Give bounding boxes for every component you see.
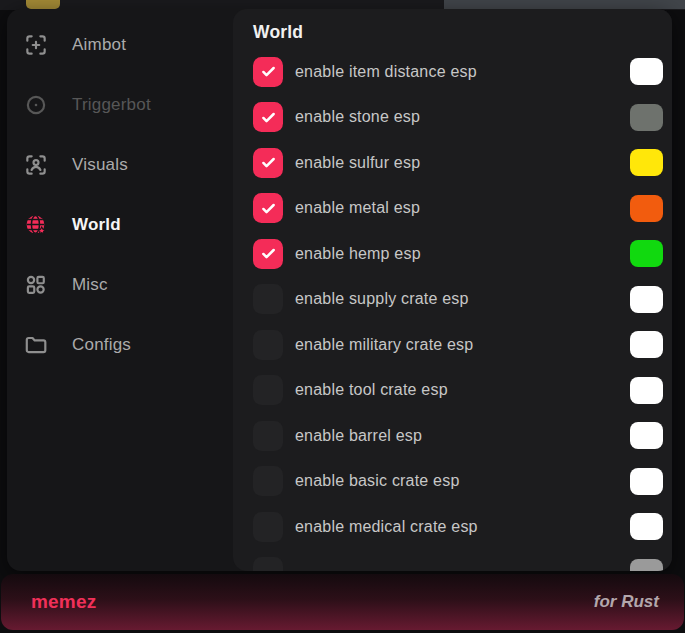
panel-title: World [253, 22, 663, 44]
esp-label: enable item distance esp [295, 63, 477, 81]
esp-row: enable stone esp [253, 95, 663, 141]
sidebar-item-configs[interactable]: Configs [7, 315, 233, 375]
esp-option-list: enable item distance esp enable stone es… [253, 49, 663, 571]
sidebar-item-label: Visuals [72, 155, 128, 175]
brand-label: memez [31, 591, 96, 613]
sidebar-item-visuals[interactable]: Visuals [7, 135, 233, 195]
esp-checkbox[interactable] [253, 512, 283, 542]
game-background-highlight [26, 0, 60, 9]
esp-color-swatch[interactable] [630, 240, 663, 267]
esp-color-swatch[interactable] [630, 559, 663, 571]
esp-row [253, 550, 663, 572]
esp-checkbox[interactable] [253, 421, 283, 451]
esp-checkbox[interactable] [253, 57, 283, 87]
esp-checkbox[interactable] [253, 102, 283, 132]
esp-row: enable metal esp [253, 186, 663, 232]
esp-label: enable hemp esp [295, 245, 421, 263]
esp-row: enable tool crate esp [253, 368, 663, 414]
sidebar-item-label: Triggerbot [72, 95, 151, 115]
esp-checkbox[interactable] [253, 466, 283, 496]
footer-bar: memez for Rust [1, 574, 684, 630]
check-icon [259, 62, 278, 81]
esp-row: enable medical crate esp [253, 504, 663, 550]
esp-row: enable hemp esp [253, 231, 663, 277]
sidebar-item-label: Misc [72, 275, 108, 295]
esp-color-swatch[interactable] [630, 513, 663, 540]
esp-color-swatch[interactable] [630, 195, 663, 222]
scan-person-icon [23, 152, 49, 178]
sidebar-item-label: Aimbot [72, 35, 126, 55]
crosshair-icon [23, 32, 49, 58]
esp-label: enable tool crate esp [295, 381, 448, 399]
esp-row: enable military crate esp [253, 322, 663, 368]
esp-checkbox[interactable] [253, 284, 283, 314]
esp-color-swatch[interactable] [630, 286, 663, 313]
target-circle-icon [23, 92, 49, 118]
sidebar-item-triggerbot[interactable]: Triggerbot [7, 75, 233, 135]
sidebar-item-misc[interactable]: Misc [7, 255, 233, 315]
esp-label: enable supply crate esp [295, 290, 469, 308]
check-icon [259, 199, 278, 218]
esp-checkbox[interactable] [253, 239, 283, 269]
esp-color-swatch[interactable] [630, 377, 663, 404]
esp-row: enable item distance esp [253, 49, 663, 95]
sidebar-item-label: Configs [72, 335, 131, 355]
esp-row: enable supply crate esp [253, 277, 663, 323]
esp-label: enable sulfur esp [295, 154, 420, 172]
esp-color-swatch[interactable] [630, 468, 663, 495]
esp-label: enable basic crate esp [295, 472, 460, 490]
check-icon [259, 108, 278, 127]
esp-color-swatch[interactable] [630, 422, 663, 449]
esp-checkbox[interactable] [253, 193, 283, 223]
sidebar-item-label: World [72, 215, 121, 235]
esp-color-swatch[interactable] [630, 104, 663, 131]
esp-row: enable sulfur esp [253, 140, 663, 186]
esp-color-swatch[interactable] [630, 58, 663, 85]
esp-checkbox[interactable] [253, 375, 283, 405]
game-background-sky [444, 0, 685, 9]
folder-icon [23, 332, 49, 358]
cheat-menu-window: Aimbot Triggerbot Visuals World Misc Con… [7, 9, 672, 571]
esp-row: enable barrel esp [253, 413, 663, 459]
world-panel: World enable item distance esp enable st… [233, 9, 672, 571]
esp-label: enable metal esp [295, 199, 420, 217]
esp-label: enable medical crate esp [295, 518, 478, 536]
check-icon [259, 153, 278, 172]
sidebar-item-world[interactable]: World [7, 195, 233, 255]
esp-color-swatch[interactable] [630, 331, 663, 358]
esp-checkbox[interactable] [253, 148, 283, 178]
esp-label: enable stone esp [295, 108, 420, 126]
sidebar: Aimbot Triggerbot Visuals World Misc Con… [7, 9, 233, 571]
check-icon [259, 244, 278, 263]
esp-label: enable military crate esp [295, 336, 473, 354]
esp-label: enable barrel esp [295, 427, 422, 445]
esp-checkbox[interactable] [253, 557, 283, 571]
esp-color-swatch[interactable] [630, 149, 663, 176]
esp-checkbox[interactable] [253, 330, 283, 360]
globe-star-icon [23, 212, 49, 238]
shapes-grid-icon [23, 272, 49, 298]
sidebar-item-aimbot[interactable]: Aimbot [7, 15, 233, 75]
tagline-label: for Rust [594, 592, 659, 612]
esp-row: enable basic crate esp [253, 459, 663, 505]
